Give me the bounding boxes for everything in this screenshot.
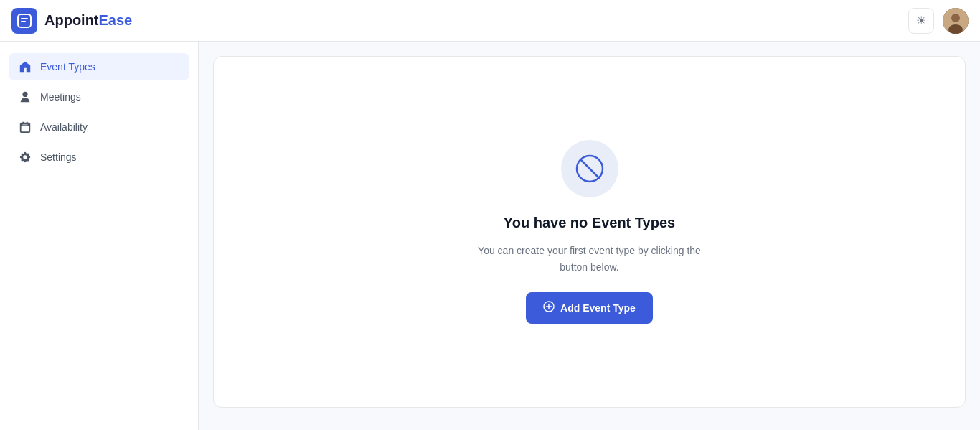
sidebar-item-settings[interactable]: Settings: [9, 144, 189, 171]
person-icon: [19, 90, 32, 103]
svg-rect-1: [21, 18, 28, 19]
add-event-type-button[interactable]: Add Event Type: [526, 292, 653, 324]
main-content: You have no Event Types You can create y…: [199, 42, 980, 430]
avatar[interactable]: [943, 8, 969, 34]
gear-icon: [19, 151, 32, 164]
logo-area: AppointEase: [11, 8, 132, 34]
home-icon: [19, 60, 32, 73]
svg-rect-2: [21, 21, 26, 22]
sidebar-item-meetings[interactable]: Meetings: [9, 83, 189, 111]
calendar-icon: [19, 121, 32, 134]
event-types-label: Event Types: [40, 61, 95, 73]
app-body: Event Types Meetings Availability: [0, 42, 980, 430]
settings-label: Settings: [40, 151, 77, 163]
add-event-type-label: Add Event Type: [560, 302, 636, 314]
content-card: You have no Event Types You can create y…: [213, 56, 966, 408]
header-actions: ☀: [908, 8, 969, 34]
svg-point-4: [951, 14, 960, 22]
theme-toggle-button[interactable]: ☀: [908, 8, 934, 34]
empty-icon-circle: [561, 140, 618, 197]
empty-description: You can create your first event type by …: [475, 243, 705, 275]
meetings-label: Meetings: [40, 91, 81, 103]
availability-label: Availability: [40, 121, 88, 133]
logo-text-dark: Appoint: [44, 12, 99, 28]
plus-circle-icon: [543, 301, 555, 315]
logo-text-blue: Ease: [99, 12, 133, 28]
logo-text: AppointEase: [44, 12, 132, 29]
empty-title: You have no Event Types: [504, 215, 675, 231]
logo-icon: [11, 8, 37, 34]
sidebar: Event Types Meetings Availability: [0, 42, 199, 430]
svg-line-7: [580, 159, 599, 178]
no-events-icon: [575, 154, 604, 183]
sidebar-item-event-types[interactable]: Event Types: [9, 53, 189, 80]
sidebar-item-availability[interactable]: Availability: [9, 113, 189, 141]
sun-icon: ☀: [916, 14, 926, 27]
empty-state: You have no Event Types You can create y…: [446, 111, 733, 352]
header: AppointEase ☀: [0, 0, 980, 42]
